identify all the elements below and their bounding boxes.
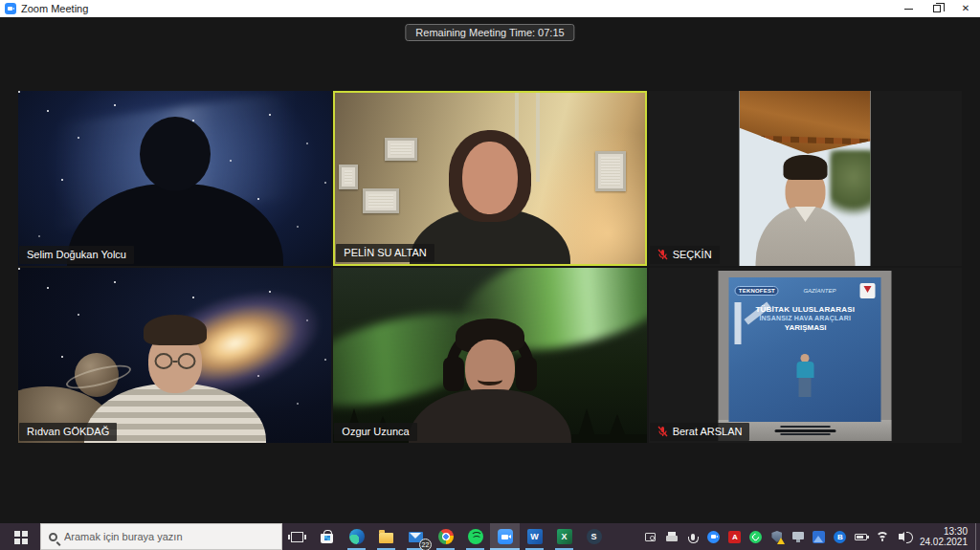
gaziantep-text: GAZİANTEP (803, 288, 835, 294)
tubitak-logo (860, 283, 876, 298)
video-tile-ridvan[interactable]: Rıdvan GÖKDAĞ (18, 268, 331, 443)
file-explorer-icon (379, 533, 393, 543)
whatsapp-icon (749, 531, 762, 543)
taskbar-zoom[interactable] (490, 523, 520, 550)
meeting-content: Remaining Meeting Time: 07:15 Selim Doğu… (0, 17, 980, 523)
taskbar-word[interactable]: W (520, 523, 549, 550)
minimize-icon (904, 9, 913, 10)
microphone-icon (691, 534, 695, 540)
event-photo: TEKNOFEST GAZİANTEP TÜBİTAK ULUSLARARASI… (719, 271, 892, 441)
windows-taskbar: 22 W X S A B 13:30 24.02.2021 (0, 523, 980, 550)
video-tile-pelin[interactable]: PELİN SU ALTAN (333, 91, 646, 266)
teknofest-logo: TEKNOFEST (735, 286, 779, 296)
taskbar-edge[interactable] (342, 523, 371, 550)
tray-display[interactable] (788, 523, 809, 550)
stars (18, 91, 20, 93)
tray-security[interactable] (767, 523, 788, 550)
stars (18, 268, 20, 270)
video-tile-selim[interactable]: Selim Doğukan Yolcu (18, 91, 331, 266)
printer-icon (666, 536, 678, 541)
participant-nameplate: Selim Doğukan Yolcu (19, 246, 134, 264)
participant-nameplate: Rıdvan GÖKDAĞ (19, 423, 117, 441)
restore-button[interactable] (923, 0, 951, 17)
mail-unread-badge: 22 (419, 539, 432, 550)
window-titlebar: Zoom Meeting ✕ (0, 0, 980, 17)
search-icon (49, 533, 57, 541)
task-view-button[interactable] (282, 523, 312, 550)
tray-hidden-icons[interactable] (640, 523, 661, 550)
display-icon (792, 532, 804, 539)
eyeglasses (154, 353, 195, 369)
video-tile-ozgur[interactable]: Ozgur Uzunca (333, 268, 646, 443)
photos-icon (813, 531, 825, 543)
muted-mic-icon (657, 249, 668, 260)
task-view-icon (291, 532, 303, 542)
acrobat-icon: A (728, 531, 741, 543)
zoom-app-icon (5, 3, 16, 14)
tray-printer[interactable] (661, 523, 682, 550)
tray-bluetooth[interactable]: B (830, 523, 851, 550)
close-icon: ✕ (962, 4, 969, 13)
person (796, 354, 813, 397)
video-tile-berat[interactable]: TEKNOFEST GAZİANTEP TÜBİTAK ULUSLARARASI… (649, 268, 962, 443)
tray-microphone[interactable] (682, 523, 703, 550)
participant-nameplate: Berat ARSLAN (650, 423, 750, 441)
taskbar-search[interactable] (40, 523, 282, 550)
tray-battery[interactable] (851, 523, 872, 550)
participant-nameplate: PELİN SU ALTAN (336, 244, 434, 262)
certificate-frame (363, 188, 399, 213)
clock-time: 13:30 (920, 526, 968, 537)
taskbar-file-explorer[interactable] (371, 523, 401, 550)
tray-zoom[interactable] (703, 523, 724, 550)
tray-wifi[interactable] (872, 523, 893, 550)
taskbar-microsoft-store[interactable] (312, 523, 342, 550)
portrait-video (740, 91, 871, 266)
person (755, 155, 855, 266)
teknofest-banner: TEKNOFEST GAZİANTEP TÜBİTAK ULUSLARARASI… (729, 277, 881, 422)
chrome-icon (438, 529, 454, 544)
drone (774, 426, 835, 435)
taskbar-excel[interactable]: X (549, 523, 579, 550)
system-tray: A B 13:30 24.02.2021 (640, 523, 980, 550)
window-title: Zoom Meeting (21, 3, 88, 14)
start-button[interactable] (0, 523, 40, 550)
participant-nameplate: SEÇKİN (650, 246, 720, 264)
taskbar-clock[interactable]: 13:30 24.02.2021 (914, 526, 975, 547)
battery-icon (855, 534, 867, 540)
show-desktop-button[interactable] (975, 523, 980, 550)
edge-icon (349, 529, 365, 544)
video-grid: Selim Doğukan Yolcu PELİN SU ALTAN (18, 91, 962, 443)
participant-name: PELİN SU ALTAN (344, 247, 426, 258)
participant-name: Rıdvan GÖKDAĞ (27, 426, 109, 437)
tray-volume[interactable] (893, 523, 914, 550)
excel-icon: X (557, 529, 572, 544)
tray-acrobat[interactable]: A (724, 523, 746, 550)
zoom-tray-icon (707, 531, 720, 543)
taskbar-chrome[interactable] (431, 523, 460, 550)
tray-whatsapp[interactable] (746, 523, 767, 550)
zoom-icon (498, 529, 513, 544)
taskbar-mail[interactable]: 22 (401, 523, 431, 550)
person (409, 319, 571, 443)
warning-icon (777, 538, 785, 544)
restore-icon (933, 5, 941, 12)
skype-icon: S (587, 529, 602, 544)
certificate-frame (339, 165, 358, 189)
tray-photos[interactable] (809, 523, 830, 550)
close-button[interactable]: ✕ (951, 0, 980, 17)
video-tile-seckin[interactable]: SEÇKİN (649, 91, 962, 266)
certificate-frame (595, 151, 626, 191)
store-icon (321, 534, 333, 543)
participant-name: Berat ARSLAN (673, 426, 743, 437)
participant-name: Selim Doğukan Yolcu (27, 249, 126, 260)
bluetooth-icon: B (834, 531, 846, 543)
taskbar-skype[interactable]: S (579, 523, 609, 550)
window-controls: ✕ (894, 0, 980, 17)
remaining-time-banner: Remaining Meeting Time: 07:15 (405, 24, 574, 41)
spotify-icon (468, 529, 483, 544)
word-icon: W (527, 529, 543, 544)
minimize-button[interactable] (894, 0, 923, 17)
search-input[interactable] (64, 531, 274, 542)
ha-watermark (735, 302, 773, 344)
taskbar-spotify[interactable] (460, 523, 490, 550)
